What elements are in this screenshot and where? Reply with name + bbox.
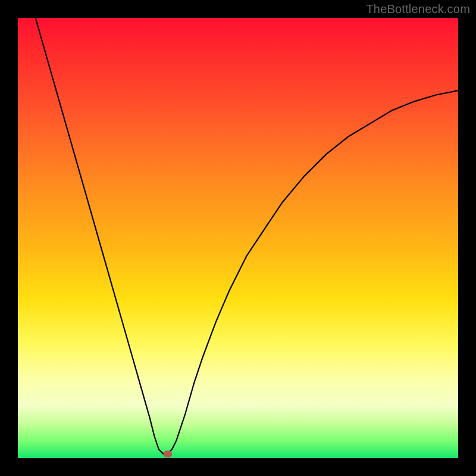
optimal-point-marker	[164, 450, 172, 457]
watermark-text: TheBottleneck.com	[366, 2, 470, 16]
plot-area	[18, 18, 458, 458]
bottleneck-curve	[18, 18, 458, 458]
chart-frame: TheBottleneck.com	[0, 0, 476, 476]
